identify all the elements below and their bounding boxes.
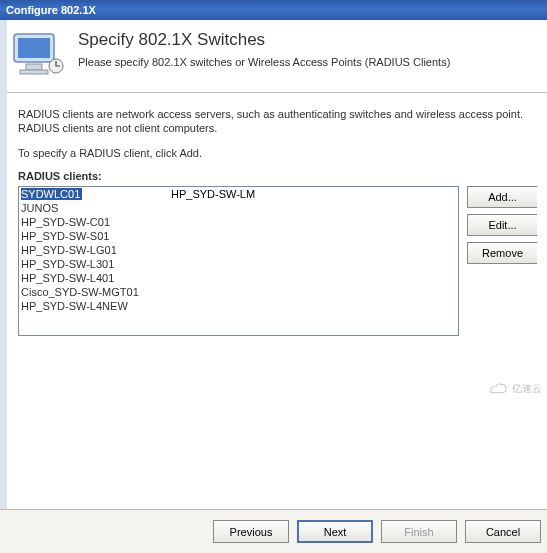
svg-rect-1 (18, 38, 50, 58)
list-item[interactable]: JUNOS (19, 201, 458, 215)
wizard-body: RADIUS clients are network access server… (0, 93, 547, 346)
list-item-name: HP_SYD-SW-LG01 (21, 243, 171, 257)
list-item-desc (171, 271, 456, 285)
list-item-name: HP_SYD-SW-L301 (21, 257, 171, 271)
list-item-name: SYDWLC01 (21, 188, 82, 200)
list-item-name: JUNOS (21, 201, 171, 215)
wizard-footer: Previous Next Finish Cancel (0, 509, 547, 553)
svg-rect-3 (20, 70, 48, 74)
list-item[interactable]: HP_SYD-SW-C01 (19, 215, 458, 229)
list-item-desc: HP_SYD-SW-LM (171, 187, 456, 201)
list-item-desc (171, 299, 456, 313)
list-item-desc (171, 243, 456, 257)
window-title: Configure 802.1X (6, 4, 96, 16)
list-item[interactable]: HP_SYD-SW-S01 (19, 229, 458, 243)
list-item[interactable]: SYDWLC01HP_SYD-SW-LM (19, 187, 458, 201)
list-item-desc (171, 229, 456, 243)
watermark-text: 亿速云 (512, 382, 542, 396)
list-item[interactable]: HP_SYD-SW-L4NEW (19, 299, 458, 313)
list-item-name: HP_SYD-SW-L4NEW (21, 299, 171, 313)
watermark: 亿速云 (486, 380, 542, 398)
clients-label: RADIUS clients: (18, 170, 537, 182)
left-accent-stripe (0, 20, 7, 509)
add-button[interactable]: Add... (467, 186, 537, 208)
list-item-name: HP_SYD-SW-C01 (21, 215, 171, 229)
list-item[interactable]: HP_SYD-SW-L301 (19, 257, 458, 271)
list-item-desc (171, 215, 456, 229)
titlebar: Configure 802.1X (0, 0, 547, 20)
list-item-desc (171, 285, 456, 299)
monitor-icon (10, 30, 66, 78)
side-buttons: Add... Edit... Remove (467, 186, 537, 264)
list-item-name: HP_SYD-SW-S01 (21, 229, 171, 243)
header-text: Specify 802.1X Switches Please specify 8… (78, 30, 450, 68)
intro-text-2: To specify a RADIUS client, click Add. (18, 146, 537, 160)
list-item-desc (171, 257, 456, 271)
page-subheading: Please specify 802.1X switches or Wirele… (78, 56, 450, 68)
finish-button[interactable]: Finish (381, 520, 457, 543)
list-item-desc (171, 201, 456, 215)
cancel-button[interactable]: Cancel (465, 520, 541, 543)
list-item[interactable]: Cisco_SYD-SW-MGT01 (19, 285, 458, 299)
svg-rect-2 (26, 64, 42, 70)
wizard-header: Specify 802.1X Switches Please specify 8… (0, 20, 547, 93)
next-button[interactable]: Next (297, 520, 373, 543)
list-item[interactable]: HP_SYD-SW-L401 (19, 271, 458, 285)
previous-button[interactable]: Previous (213, 520, 289, 543)
intro-text-1: RADIUS clients are network access server… (18, 107, 537, 136)
remove-button[interactable]: Remove (467, 242, 537, 264)
radius-clients-listbox[interactable]: SYDWLC01HP_SYD-SW-LMJUNOSHP_SYD-SW-C01HP… (18, 186, 459, 336)
page-heading: Specify 802.1X Switches (78, 30, 450, 50)
list-item-name: HP_SYD-SW-L401 (21, 271, 171, 285)
edit-button[interactable]: Edit... (467, 214, 537, 236)
list-item-name: Cisco_SYD-SW-MGT01 (21, 285, 171, 299)
list-item[interactable]: HP_SYD-SW-LG01 (19, 243, 458, 257)
